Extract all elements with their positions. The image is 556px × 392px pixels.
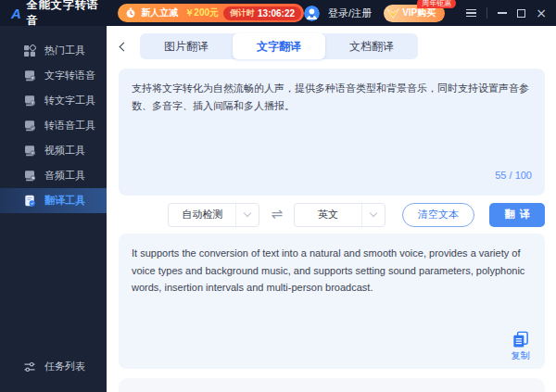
target-language-select[interactable]: 英文 <box>294 203 385 227</box>
grid-icon <box>23 44 36 57</box>
person-icon <box>304 6 320 21</box>
sidebar-item-video-tools[interactable]: 视频工具 <box>0 138 107 163</box>
translate-controls: 自动检测 ⇌ 英文 清空文本 翻译 <box>119 196 545 234</box>
user-avatar[interactable] <box>304 6 320 21</box>
to-text-tool-icon <box>23 95 36 107</box>
app-logo-icon: A <box>11 6 21 20</box>
tab-image-translation[interactable]: 图片翻译 <box>140 33 233 59</box>
sidebar-item-hot-tools[interactable]: 热门工具 <box>0 38 107 63</box>
close-button[interactable]: × <box>536 8 547 18</box>
vip-buy-button[interactable]: VIP购买 周年钜惠 <box>384 5 445 22</box>
sidebar-item-translation-tools[interactable]: 翻译工具 <box>0 188 107 213</box>
sidebar-item-label: 任务列表 <box>44 360 85 373</box>
vip-label: VIP购买 <box>402 6 436 19</box>
back-button[interactable] <box>115 36 132 57</box>
chevron-down-icon <box>361 204 385 226</box>
sidebar-item-label: 文字转语音 <box>44 69 95 82</box>
task-list-icon <box>23 360 36 373</box>
sidebar-item-label: 翻译工具 <box>44 194 85 208</box>
vip-crown-icon <box>385 7 400 19</box>
vip-ribbon-badge: 周年钜惠 <box>417 0 456 8</box>
sidebar-item-label: 转语音工具 <box>44 119 95 133</box>
target-language-value: 英文 <box>295 208 361 221</box>
tab-document-translation[interactable]: 文档翻译 <box>325 33 418 59</box>
chevron-left-icon <box>119 42 128 51</box>
source-text-area[interactable]: 支持将文字转化为自然流畅的人声，提供多种语音类型和背景音乐，同时支持设置声音参数… <box>119 69 545 196</box>
menu-icon[interactable] <box>466 9 476 18</box>
bottom-strip <box>119 378 545 392</box>
sidebar-item-label: 音频工具 <box>44 169 85 183</box>
sidebar-item-audio-tools[interactable]: 音频工具 <box>0 163 107 188</box>
clear-text-button[interactable]: 清空文本 <box>402 203 474 227</box>
audio-tool-icon <box>23 170 36 183</box>
titlebar: A 全能文字转语音 新人立减￥200元 倒计时 13:06:22 <box>0 0 556 26</box>
sidebar-item-to-speech-tools[interactable]: 转语音工具 <box>0 113 107 138</box>
minimize-button[interactable] <box>498 12 507 14</box>
sidebar-item-label: 转文字工具 <box>44 94 95 107</box>
app-title: 全能文字转语音 <box>27 0 104 29</box>
window-controls: × <box>466 7 547 19</box>
sidebar-item-to-text-tools[interactable]: 转文字工具 <box>0 88 107 113</box>
promo-banner[interactable]: 新人立减￥200元 倒计时 13:06:22 <box>118 4 304 22</box>
char-count: 55 / 100 <box>495 167 532 184</box>
to-speech-tool-icon <box>23 120 36 133</box>
source-language-select[interactable]: 自动检测 <box>168 203 259 227</box>
countdown-label: 倒计时 <box>230 7 255 19</box>
result-text-area[interactable]: It supports the conversion of text into … <box>119 234 545 369</box>
translation-tabs: 图片翻译 文字翻译 文档翻译 <box>140 33 418 59</box>
tab-text-translation[interactable]: 文字翻译 <box>233 33 325 59</box>
sidebar-item-label: 视频工具 <box>44 144 85 158</box>
alarm-clock-icon <box>125 7 136 19</box>
sidebar: 热门工具 文字转语音 转文字工具 <box>0 26 107 392</box>
countdown-time: 13:06:22 <box>258 8 295 19</box>
promo-amount: ￥200元 <box>184 6 219 19</box>
source-language-value: 自动检测 <box>169 208 235 221</box>
controls-divider <box>486 7 487 19</box>
tab-row: 图片翻译 文字翻译 文档翻译 <box>107 26 556 59</box>
source-text: 支持将文字转化为自然流畅的人声，提供多种语音类型和背景音乐，同时支持设置声音参数… <box>132 80 532 114</box>
main-panel: 图片翻译 文字翻译 文档翻译 支持将文字转化为自然流畅的人声，提供多种语音类型和… <box>107 26 556 392</box>
sidebar-item-text-to-speech[interactable]: 文字转语音 <box>0 63 107 88</box>
maximize-button[interactable] <box>517 9 525 18</box>
result-text: It supports the conversion of text into … <box>132 245 532 297</box>
chevron-down-icon <box>235 204 259 226</box>
translator-content: 支持将文字转化为自然流畅的人声，提供多种语音类型和背景音乐，同时支持设置声音参数… <box>107 59 556 392</box>
swap-languages-icon[interactable]: ⇌ <box>271 208 283 221</box>
sidebar-item-label: 热门工具 <box>44 44 85 57</box>
sidebar-item-task-list[interactable]: 任务列表 <box>0 354 107 379</box>
copy-label: 复制 <box>512 350 530 361</box>
copy-icon <box>511 330 530 349</box>
promo-text: 新人立减 <box>141 6 178 19</box>
titlebar-right: 登录/注册 VIP购买 周年钜惠 × <box>304 5 547 22</box>
tts-tool-icon <box>23 70 36 82</box>
translate-button[interactable]: 翻译 <box>489 203 545 227</box>
login-register-link[interactable]: 登录/注册 <box>328 6 372 20</box>
app-window: A 全能文字转语音 新人立减￥200元 倒计时 13:06:22 <box>0 0 556 392</box>
countdown-badge: 倒计时 13:06:22 <box>223 6 301 20</box>
translation-tool-icon <box>23 195 36 208</box>
video-tool-icon <box>23 145 36 158</box>
copy-button[interactable]: 复制 <box>511 330 530 361</box>
